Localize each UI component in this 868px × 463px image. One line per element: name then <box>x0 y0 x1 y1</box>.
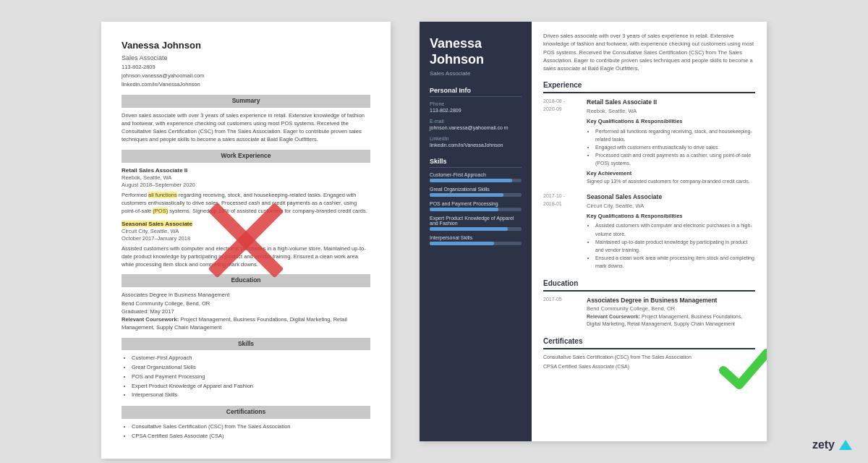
left-skills-header: Skills <box>122 338 370 351</box>
right-name-line1: Vanessa <box>430 36 482 51</box>
right-edu-header: Education <box>543 278 755 292</box>
left-edu-graduated: Graduated: May 2017 <box>122 307 370 315</box>
skill-bar-4-bg <box>430 227 522 231</box>
right-summary: Driven sales associate with over 3 years… <box>543 32 755 72</box>
right-experience-header: Experience <box>543 80 755 93</box>
right-job-2-bullets: Assisted customers with computer and ele… <box>587 221 755 270</box>
skill-bar-2-label: Great Organizational Skills <box>430 187 522 192</box>
skill-bar-4-fill <box>430 227 508 231</box>
left-job-2-desc: Assisted customers with computer and ele… <box>122 245 370 269</box>
right-job-2-date-start: 2017-10 - <box>543 192 581 200</box>
right-job-2-bullet-2: Maintained up-to-date product knowledge … <box>595 238 755 254</box>
skill-bar-1: Customer-First Approach <box>430 172 522 182</box>
right-linkedin: linkedin.com/in/VanessaJohnson <box>430 142 522 149</box>
left-job-2-company: Circuit City, Seattle, WA <box>122 228 370 236</box>
left-skill-4: Expert Product Knowledge of Apparel and … <box>132 382 370 391</box>
right-job-2-title: Seasonal Sales Associate <box>587 192 755 202</box>
left-job-2-dates: October 2017–January 2018 <box>122 235 370 243</box>
left-title: Sales Associate <box>122 54 370 63</box>
right-phone-label: Phone <box>430 101 522 106</box>
left-edu-school: Bend Community College, Bend, OR <box>122 300 370 307</box>
left-skill-2: Great Organizational Skills <box>132 363 370 373</box>
right-edu-item: 2017-05 Associates Degree in Business Ma… <box>543 296 755 328</box>
right-job-1-content: Retail Sales Associate II Reebok, Seattl… <box>587 98 755 185</box>
right-main: Driven sales associate with over 3 years… <box>532 22 767 441</box>
left-certs-list: Consultative Sales Certification (CSC) f… <box>122 422 370 441</box>
right-job-2: 2017-10 - 2018-01 Seasonal Sales Associa… <box>543 192 755 270</box>
skill-bar-2-fill <box>430 193 503 197</box>
left-contact: 113-802-2809 johnson.vanessa@yahoomail.c… <box>122 63 370 89</box>
resume-right: Vanessa Johnson Sales Associate Personal… <box>420 22 767 441</box>
skill-bar-3-label: POS and Payment Processing <box>430 201 522 206</box>
right-edu-coursework: Relevant Coursework: Project Management,… <box>587 313 755 328</box>
skill-bar-3-bg <box>430 208 522 211</box>
skill-bar-5-fill <box>430 242 494 245</box>
right-personal-info-header: Personal Info <box>430 87 522 97</box>
skill-bar-5-label: Interpersonal Skills <box>430 235 522 240</box>
left-job-2-title: Seasonal Sales Associate <box>122 220 370 228</box>
skill-bar-5: Interpersonal Skills <box>430 235 522 245</box>
skill-bar-4-label: Expert Product Knowledge of Apparel and … <box>430 216 522 226</box>
right-job-1-title: Retail Sales Associate II <box>587 98 755 107</box>
left-linkedin: linkedin.com/in/VanessaJohnson <box>122 80 370 89</box>
right-job-1-bullet-3: Processed cash and credit payments as a … <box>595 151 755 167</box>
left-edu: Associates Degree in Business Management… <box>122 291 370 331</box>
right-email-label: E-mail <box>430 119 522 124</box>
right-edu-school: Bend Community College, Bend, OR <box>587 305 755 313</box>
right-edu-date: 2017-05 <box>543 296 581 328</box>
right-job-1-achievement-label: Key Achievement <box>587 169 755 177</box>
right-job-1-resp-label: Key Qualifications & Responsibilities <box>587 117 755 125</box>
resume-left: Vanessa Johnson Sales Associate 113-802-… <box>101 22 391 459</box>
right-job-2-content: Seasonal Sales Associate Circuit City, S… <box>587 192 755 270</box>
right-job-2-resp-label: Key Qualifications & Responsibilities <box>587 212 755 220</box>
left-certs-header: Certifications <box>122 406 370 419</box>
skill-bar-1-fill <box>430 179 512 182</box>
skill-bar-2-bg <box>430 193 522 197</box>
right-linkedin-label: LinkedIn <box>430 136 522 141</box>
right-edu-coursework-label: Relevant Coursework: <box>587 314 640 319</box>
left-phone: 113-802-2809 <box>122 63 370 72</box>
right-job-2-date-end: 2018-01 <box>543 200 581 208</box>
left-job-2: Seasonal Sales Associate Circuit City, S… <box>122 220 370 269</box>
skill-bar-4: Expert Product Knowledge of Apparel and … <box>430 216 522 231</box>
left-name: Vanessa Johnson <box>122 39 370 52</box>
left-job-1: Retail Sales Associate II Reebok, Seattl… <box>122 166 370 216</box>
left-job-1-company: Reebok, Seattle, WA <box>122 174 370 182</box>
right-name-line2: Johnson <box>430 52 484 67</box>
right-job-1: 2018-08 - 2020-09 Retail Sales Associate… <box>543 98 755 185</box>
right-edu-degree: Associates Degree in Business Management <box>587 296 755 305</box>
left-job-1-dates: August 2018–September 2020 <box>122 182 370 190</box>
left-summary: Driven sales associate with over 3 years… <box>122 111 370 144</box>
right-job-2-bullet-1: Assisted customers with computer and ele… <box>595 221 755 237</box>
svg-marker-0 <box>839 440 852 450</box>
right-job-1-bullet-1: Performed all functions regarding receiv… <box>595 127 755 143</box>
skill-bar-1-bg <box>430 179 522 182</box>
right-job-1-achievement: Signed up 13% of assisted customers for … <box>587 178 755 186</box>
left-edu-degree: Associates Degree in Business Management <box>122 291 370 299</box>
left-summary-header: Summary <box>122 95 370 108</box>
left-job-1-title: Retail Sales Associate II <box>122 166 370 174</box>
zety-text: zety <box>812 438 835 451</box>
left-job-1-desc-text: Performed all functions regarding receiv… <box>122 192 367 215</box>
right-job-2-company: Circuit City, Seattle, WA <box>587 202 755 210</box>
right-job-1-bullet-2: Engaged with customers enthusiastically … <box>595 143 755 151</box>
left-edu-header: Education <box>122 274 370 287</box>
right-cert-1: Consultative Sales Certification (CSC) f… <box>543 354 755 362</box>
left-edu-coursework-label: Relevant Coursework: <box>122 316 179 323</box>
right-job-1-date-end: 2020-09 <box>543 106 581 114</box>
right-job-1-company: Reebok, Seattle, WA <box>587 107 755 115</box>
left-skills-list: Customer-First Approach Great Organizati… <box>122 354 370 400</box>
right-sidebar: Vanessa Johnson Sales Associate Personal… <box>420 22 532 441</box>
right-edu-content: Associates Degree in Business Management… <box>587 296 755 328</box>
left-email: johnson.vanessa@yahoomail.com <box>122 72 370 80</box>
right-cert-2: CPSA Certified Sales Associate (CSA) <box>543 363 755 371</box>
left-work-header: Work Experience <box>122 150 370 163</box>
right-certs-header: Certificates <box>543 336 755 349</box>
left-skill-1: Customer-First Approach <box>132 354 370 363</box>
left-skill-5: Interpersonal Skills <box>132 391 370 400</box>
right-job-1-dates: 2018-08 - 2020-09 <box>543 98 581 185</box>
left-cert-1: Consultative Sales Certification (CSC) f… <box>132 422 370 432</box>
left-job-1-desc: Performed all functions regarding receiv… <box>122 191 370 216</box>
right-phone: 113-802-2809 <box>430 107 522 114</box>
zety-icon <box>838 437 854 453</box>
